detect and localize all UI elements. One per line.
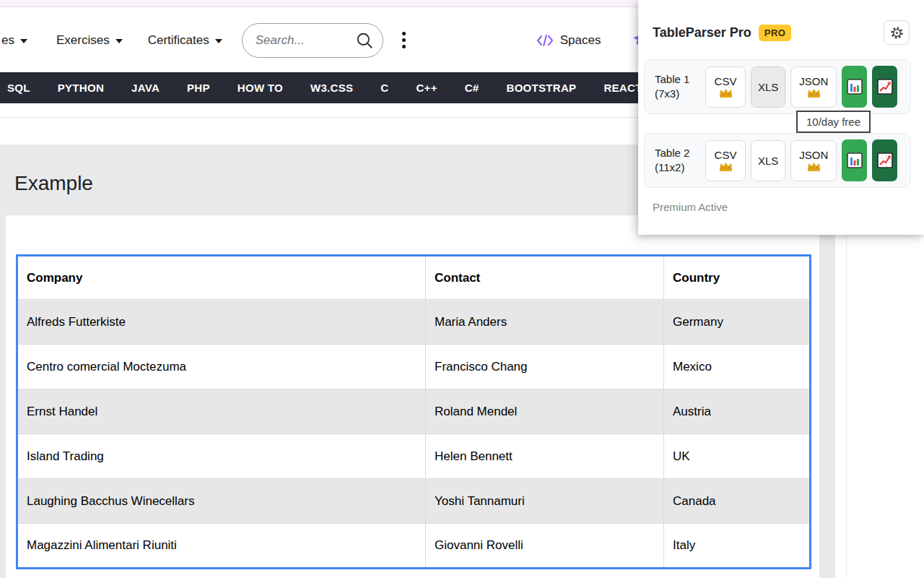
- export-csv-button[interactable]: CSV: [705, 140, 746, 181]
- tableparser-popup: TableParser Pro PRO Table 1 (7x3) CSV: [638, 0, 924, 235]
- export-csv-button[interactable]: CSV: [705, 66, 746, 108]
- table-row: Ernst Handel Roland Mendel Austria: [17, 389, 811, 434]
- cell-country: UK: [664, 434, 811, 479]
- popup-header: TableParser Pro PRO: [638, 0, 924, 59]
- cell-country: Italy: [664, 524, 811, 569]
- table-name: Table 2: [655, 146, 705, 160]
- nav-link-sql[interactable]: SQL: [7, 82, 30, 94]
- nav-item-exercises[interactable]: Exercises: [56, 33, 123, 48]
- line-chart-icon: [876, 152, 894, 169]
- bar-chart-button[interactable]: [842, 139, 867, 181]
- cell-company: Laughing Bacchus Winecellars: [17, 479, 426, 524]
- table-row: Magazzini Alimentari Riuniti Giovanni Ro…: [17, 524, 811, 569]
- csv-label: CSV: [715, 75, 737, 87]
- search-icon[interactable]: [355, 31, 374, 50]
- bar-chart-icon: [846, 152, 863, 169]
- nav-link-c[interactable]: C: [380, 82, 388, 94]
- table-row: Island Trading Helen Bennett UK: [17, 434, 811, 479]
- crown-icon: [807, 162, 821, 172]
- cell-company: Magazzini Alimentari Riuniti: [17, 524, 426, 569]
- export-xls-button[interactable]: XLS: [751, 140, 785, 181]
- cell-country: Austria: [664, 389, 811, 434]
- cell-contact: Roland Mendel: [426, 389, 664, 434]
- cell-country: Canada: [664, 479, 811, 524]
- cell-company: Ernst Handel: [17, 389, 426, 434]
- chevron-down-icon: [20, 39, 27, 43]
- table-dims: (7x3): [655, 87, 705, 101]
- premium-status-text: Premium Active: [653, 201, 910, 213]
- search-input[interactable]: [256, 33, 355, 48]
- gear-icon: [890, 26, 904, 40]
- table-row: Laughing Bacchus Winecellars Yoshi Tanna…: [17, 479, 811, 524]
- cell-contact: Giovanni Rovelli: [426, 524, 664, 569]
- crown-icon: [807, 88, 821, 98]
- export-json-button[interactable]: JSON: [790, 66, 837, 108]
- nav-link-php[interactable]: PHP: [187, 82, 210, 94]
- xls-label: XLS: [758, 81, 778, 93]
- nav-link-w3css[interactable]: W3.CSS: [310, 82, 353, 94]
- nav-link-python[interactable]: PYTHON: [58, 82, 104, 94]
- xls-label: XLS: [758, 155, 778, 167]
- bar-chart-icon: [846, 78, 863, 95]
- nav-link-bootstrap[interactable]: BOOTSTRAP: [507, 82, 577, 94]
- bar-chart-button[interactable]: [842, 66, 867, 108]
- nav-item-truncated[interactable]: es: [1, 33, 27, 48]
- crown-icon: [719, 88, 733, 98]
- code-brackets-icon: [536, 33, 554, 48]
- cell-contact: Helen Bennett: [426, 434, 664, 479]
- table-1-card: Table 1 (7x3) CSV XLS JSON: [644, 59, 911, 114]
- pro-badge: PRO: [759, 25, 792, 41]
- table-row: Alfreds Futterkiste Maria Anders Germany: [17, 300, 811, 345]
- more-options-kebab-icon[interactable]: [399, 29, 409, 51]
- line-chart-button[interactable]: [872, 66, 897, 108]
- rate-limit-tooltip: 10/day free: [796, 111, 871, 133]
- nav-link-java[interactable]: JAVA: [131, 82, 160, 94]
- search-box[interactable]: [242, 23, 383, 58]
- cell-country: Mexico: [664, 345, 811, 389]
- company-table[interactable]: Company Contact Country Alfreds Futterki…: [16, 254, 811, 569]
- nav-item-certificates[interactable]: Certificates: [148, 33, 222, 48]
- nav-link-howto[interactable]: HOW TO: [237, 82, 283, 94]
- example-heading: Example: [14, 172, 93, 195]
- table-1-label: Table 1 (7x3): [655, 72, 705, 101]
- table-row: Centro comercial Moctezuma Francisco Cha…: [17, 345, 811, 389]
- nav-item-label: Spaces: [560, 33, 601, 48]
- chevron-down-icon: [116, 39, 123, 43]
- column-header-country: Country: [664, 256, 811, 300]
- example-code-box: Company Contact Country Alfreds Futterki…: [6, 215, 819, 578]
- cell-contact: Maria Anders: [426, 300, 664, 345]
- crown-icon: [719, 162, 733, 172]
- json-label: JSON: [799, 75, 828, 87]
- cell-contact: Francisco Chang: [426, 345, 664, 389]
- nav-item-spaces[interactable]: Spaces: [536, 33, 601, 48]
- cell-company: Island Trading: [17, 434, 426, 479]
- export-json-button[interactable]: JSON: [790, 140, 837, 181]
- nav-link-cpp[interactable]: C++: [416, 82, 437, 94]
- column-header-company: Company: [17, 256, 426, 300]
- chevron-down-icon: [215, 39, 222, 43]
- line-chart-icon: [876, 78, 894, 95]
- csv-label: CSV: [715, 149, 737, 161]
- popup-title: TableParser Pro: [653, 25, 751, 40]
- cell-contact: Yoshi Tannamuri: [426, 479, 664, 524]
- table-dims: (11x2): [655, 160, 705, 175]
- settings-button[interactable]: [884, 20, 910, 45]
- cell-company: Centro comercial Moctezuma: [17, 345, 426, 389]
- nav-link-react[interactable]: REACT: [603, 82, 642, 94]
- nav-item-label: es: [1, 33, 14, 48]
- table-2-label: Table 2 (11x2): [655, 146, 705, 175]
- table-header-row: Company Contact Country: [17, 256, 811, 300]
- column-header-contact: Contact: [426, 256, 664, 300]
- table-name: Table 1: [655, 72, 705, 87]
- nav-item-label: Certificates: [148, 33, 209, 48]
- table-2-card: Table 2 (11x2) CSV XLS JSON: [644, 133, 911, 188]
- nav-item-label: Exercises: [56, 33, 110, 48]
- export-xls-button[interactable]: XLS: [751, 66, 785, 108]
- cell-company: Alfreds Futterkiste: [17, 300, 426, 345]
- cell-country: Germany: [664, 300, 811, 345]
- nav-link-csharp[interactable]: C#: [465, 82, 479, 94]
- line-chart-button[interactable]: [872, 139, 897, 181]
- json-label: JSON: [799, 149, 828, 161]
